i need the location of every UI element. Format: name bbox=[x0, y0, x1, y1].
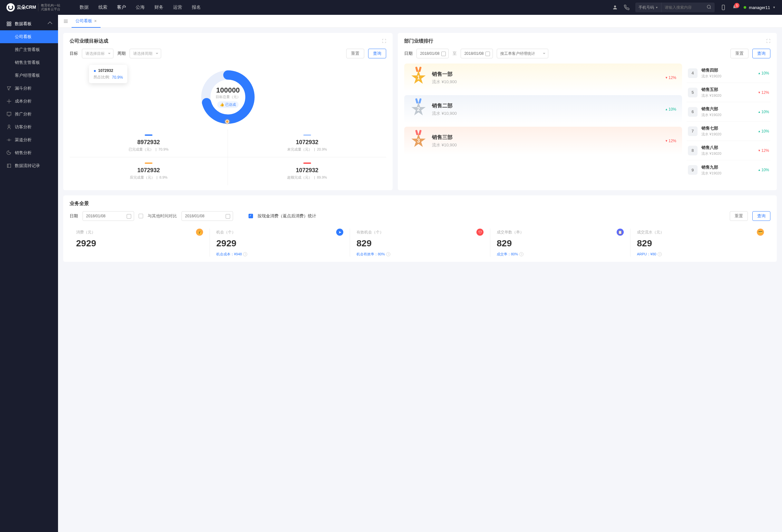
svg-rect-2 bbox=[722, 5, 725, 10]
collapse-icon[interactable] bbox=[62, 17, 70, 25]
cash-checkbox[interactable] bbox=[249, 214, 253, 218]
nav-数据[interactable]: 数据 bbox=[80, 4, 88, 10]
rank-row: 7销售七部流水 ¥19020▲ 10% bbox=[686, 121, 771, 141]
svg-point-1 bbox=[707, 5, 710, 8]
sidebar-item[interactable]: 客户经理看板 bbox=[0, 69, 58, 82]
nav-运营[interactable]: 运营 bbox=[173, 4, 182, 10]
overview-panel: 业务全景 日期 2018/01/08 与其他时间对比 2018/01/08 按现… bbox=[63, 196, 777, 262]
nav-线索[interactable]: 线索 bbox=[98, 4, 107, 10]
query-button[interactable]: 查询 bbox=[752, 49, 771, 58]
notif-badge: 5 bbox=[734, 3, 740, 8]
medal-icon: 1 bbox=[410, 69, 427, 86]
chevron-up-icon bbox=[48, 22, 52, 26]
sidebar-header[interactable]: 数据看板 bbox=[0, 17, 58, 30]
panel-title: 业务全景 bbox=[70, 201, 89, 207]
phone-icon[interactable] bbox=[624, 4, 630, 10]
ranking-panel: 部门业绩排行 ⛶ 日期 2018/01/08 至 2018/01/08 按工单客… bbox=[398, 33, 777, 190]
stat-type-select[interactable]: 按工单客户经理统计 bbox=[497, 49, 548, 58]
rank-card: 1销售一部流水 ¥10,900▼ 12% bbox=[404, 64, 682, 92]
expand-icon[interactable]: ⛶ bbox=[382, 39, 386, 43]
rank-card: 3销售三部流水 ¥10,900▼ 12% bbox=[404, 127, 682, 155]
panel-title: 公司业绩目标达成 bbox=[70, 38, 108, 44]
metric-card: 机会（个）➤2929机会成本：¥948 ? bbox=[210, 228, 350, 257]
sidebar-item[interactable]: 数据流转记录 bbox=[0, 159, 58, 172]
chart-tooltip: ●1072932 所占比例:70.9% bbox=[89, 65, 127, 83]
sidebar-item[interactable]: 访客分析 bbox=[0, 120, 58, 134]
stat-cell: 1072932应完成量（元） | 8.9% bbox=[70, 157, 228, 185]
metric-card: 成交流水（元）💳829ARPU：¥80 ? bbox=[631, 228, 771, 257]
target-panel: 公司业绩目标达成 ⛶ 目标 请选择目标 周期 请选择周期 重置 查询 ●1072… bbox=[63, 33, 393, 190]
search-type-select[interactable]: 手机号码 ▼ bbox=[635, 3, 662, 12]
reset-button[interactable]: 重置 bbox=[730, 211, 748, 221]
date-to-input[interactable]: 2018/01/08 bbox=[461, 49, 493, 58]
person-icon[interactable] bbox=[612, 4, 618, 10]
rank-card: 2销售二部流水 ¥10,900▲ 10% bbox=[404, 95, 682, 123]
bell-icon[interactable]: 5 bbox=[732, 4, 738, 10]
rank-row: 9销售九部流水 ¥19020▲ 10% bbox=[686, 160, 771, 180]
panel-title: 部门业绩排行 bbox=[404, 38, 433, 44]
donut-badge: 👍已达成 bbox=[217, 101, 239, 108]
sidebar-item[interactable]: 成本分析 bbox=[0, 95, 58, 108]
sidebar-item[interactable]: 销售主管看板 bbox=[0, 56, 58, 69]
stat-cell: 1072932超额完成（元） | 89.9% bbox=[228, 157, 386, 185]
search-icon[interactable] bbox=[703, 4, 715, 10]
user-menu[interactable]: manager11 ▼ bbox=[744, 5, 776, 10]
expand-icon[interactable]: ⛶ bbox=[766, 39, 771, 43]
rank-row: 5销售五部流水 ¥19020▼ 12% bbox=[686, 83, 771, 102]
target-select[interactable]: 请选择目标 bbox=[82, 49, 113, 58]
status-dot bbox=[744, 6, 746, 9]
stat-cell: 1072932未完成量（元） | 20.9% bbox=[228, 129, 386, 157]
period-label: 周期 bbox=[117, 50, 126, 57]
sidebar-item[interactable]: 漏斗分析 bbox=[0, 82, 58, 95]
topbar: 云朵CRM 教育机构一站式服务云平台 数据线索客户公海财务运营报名 手机号码 ▼… bbox=[0, 0, 782, 15]
search-box: 手机号码 ▼ bbox=[635, 3, 715, 12]
main: 公司看板 × 公司业绩目标达成 ⛶ 目标 请选择目标 周期 请选择周期 重置 查… bbox=[58, 15, 782, 532]
tabs-bar: 公司看板 × bbox=[58, 15, 782, 28]
donut-value: 100000 bbox=[216, 86, 240, 95]
nav-报名[interactable]: 报名 bbox=[192, 4, 201, 10]
stat-cell: 8972932已完成量（元） | 70.9% bbox=[70, 129, 228, 157]
username: manager11 bbox=[749, 5, 770, 10]
query-button[interactable]: 查询 bbox=[368, 49, 386, 58]
cash-label: 按现金消费（返点后消费）统计 bbox=[257, 213, 316, 219]
top-nav: 数据线索客户公海财务运营报名 bbox=[80, 4, 201, 10]
svg-rect-3 bbox=[7, 22, 9, 24]
svg-rect-6 bbox=[9, 24, 11, 26]
svg-rect-5 bbox=[7, 24, 9, 26]
medal-icon: 2 bbox=[410, 101, 427, 118]
rank-row: 8销售八部流水 ¥19020▼ 12% bbox=[686, 141, 771, 160]
search-input[interactable] bbox=[662, 5, 703, 10]
donut-label: 目标总量（元） bbox=[216, 95, 241, 99]
date-input-1[interactable]: 2018/01/08 bbox=[82, 211, 134, 221]
tab-company-board[interactable]: 公司看板 × bbox=[72, 15, 101, 28]
sidebar-item[interactable]: 渠道分析 bbox=[0, 134, 58, 146]
svg-point-0 bbox=[614, 5, 616, 7]
device-icon[interactable] bbox=[720, 4, 726, 10]
nav-财务[interactable]: 财务 bbox=[154, 4, 164, 10]
medal-icon: 3 bbox=[410, 133, 427, 149]
logo-text: 云朵CRM bbox=[17, 4, 36, 10]
metric-card: 成交单数（单）📋829成交率：80% ? bbox=[490, 228, 631, 257]
date-input-2[interactable]: 2018/01/08 bbox=[181, 211, 233, 221]
compare-checkbox[interactable] bbox=[139, 214, 143, 218]
logo: 云朵CRM 教育机构一站式服务云平台 bbox=[6, 3, 60, 11]
sidebar: 数据看板 公司看板推广主管看板销售主管看板客户经理看板 漏斗分析成本分析推广分析… bbox=[0, 15, 58, 532]
query-button[interactable]: 查询 bbox=[752, 211, 771, 221]
logo-icon bbox=[6, 3, 15, 11]
sidebar-item[interactable]: 推广主管看板 bbox=[0, 43, 58, 56]
logo-subtitle: 教育机构一站式服务云平台 bbox=[38, 4, 60, 11]
date-from-input[interactable]: 2018/01/08 bbox=[417, 49, 449, 58]
close-icon[interactable]: × bbox=[94, 19, 97, 24]
nav-客户[interactable]: 客户 bbox=[117, 4, 126, 10]
nav-公海[interactable]: 公海 bbox=[136, 4, 145, 10]
reset-button[interactable]: 重置 bbox=[731, 49, 748, 58]
sidebar-item[interactable]: 公司看板 bbox=[0, 30, 58, 43]
reset-button[interactable]: 重置 bbox=[346, 49, 364, 58]
period-select[interactable]: 请选择周期 bbox=[130, 49, 161, 58]
date-label: 日期 bbox=[404, 50, 413, 57]
metric-card: 有效机会（个）🛡829机会有效率：80% ? bbox=[350, 228, 490, 257]
compare-label: 与其他时间对比 bbox=[148, 213, 177, 219]
sidebar-item[interactable]: 推广分析 bbox=[0, 108, 58, 120]
date-label: 日期 bbox=[70, 213, 78, 219]
sidebar-item[interactable]: 销售分析 bbox=[0, 146, 58, 159]
